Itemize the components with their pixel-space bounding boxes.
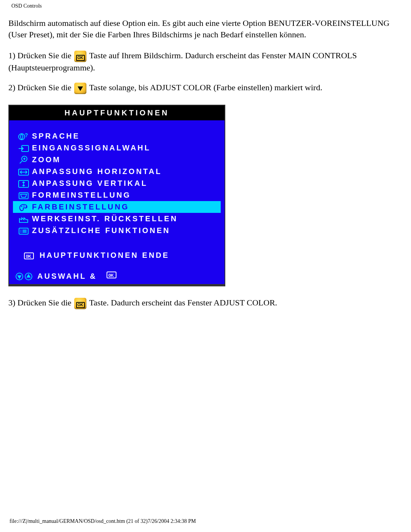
osd-item-werkseinst[interactable]: WERKSEINST. RÜCKSTELLEN [13,213,221,225]
vertical-icon [15,178,32,189]
osd-item-farbe[interactable]: FARBEINSTELLUNG [13,201,221,213]
step-3: 3) Drücken Sie die OK Taste. Dadurch ers… [8,297,400,309]
osd-item-label: SPRACHE [32,131,80,141]
down-button-icon [74,83,86,94]
svg-point-9 [26,206,27,207]
page-header: OSD Controls [0,0,411,9]
input-icon [15,143,32,153]
svg-text:0K: 0K [108,273,114,278]
osd-item-label: EINGANGSSIGNALWAHL [32,143,151,153]
osd-panel: HAUPTFUNKTIONEN ? SPRACHE EINGANGSSIGN [8,105,225,286]
step-2-text-a: 2) Drücken Sie die [8,83,73,92]
svg-text:?: ? [25,132,29,138]
osd-item-label: ZOOM [32,155,61,165]
step-3-text-a: 3) Drücken Sie die [8,298,73,307]
list-icon [15,225,32,236]
svg-point-8 [24,205,25,206]
step-1-text-a: 1) Drücken Sie die [8,51,73,60]
ok-button-icon: OK [74,51,86,62]
ok-box-icon: 0K [15,250,40,260]
palette-icon [15,202,32,212]
osd-exit-label: HAUPTFUNKTIONEN ENDE [40,250,169,260]
horizontal-icon [15,166,32,177]
osd-title: HAUPTFUNKTIONEN [9,105,225,120]
osd-item-label: WERKSEINST. RÜCKSTELLEN [32,214,178,224]
osd-item-form[interactable]: FORMEINSTELLUNG [13,189,221,201]
osd-item-label: ANPASSUNG HORIZONTAL [32,166,162,177]
osd-footer: AUSWAHL & 0K [13,270,221,283]
osd-item-sprache[interactable]: ? SPRACHE [13,130,221,142]
ok-box-icon: 0K [106,271,117,281]
zoom-icon [15,155,32,165]
osd-item-label: FARBEINSTELLUNG [32,202,129,212]
osd-item-label: FORMEINSTELLUNG [32,190,131,200]
up-down-icon [15,272,35,281]
document-content: Bildschirm automatisch auf diese Option … [0,9,411,309]
ok-button-icon: OK [74,298,86,309]
svg-text:0K: 0K [26,254,31,259]
osd-item-exit[interactable]: 0K HAUPTFUNKTIONEN ENDE [13,249,221,261]
step-1: 1) Drücken Sie die OK Taste auf Ihrem Bi… [8,50,400,73]
step-3-text-b: Taste. Dadurch erscheint das Fenster ADJ… [89,298,277,307]
osd-footer-label: AUSWAHL & [37,271,97,281]
globe-icon: ? [15,131,32,141]
shape-icon [15,190,32,200]
osd-body: ? SPRACHE EINGANGSSIGNALWAHL [9,120,225,284]
osd-item-eingang[interactable]: EINGANGSSIGNALWAHL [13,142,221,154]
intro-paragraph: Bildschirm automatisch auf diese Option … [8,18,400,40]
svg-rect-6 [19,193,28,199]
factory-icon [15,214,32,224]
step-2-text-b: Taste solange, bis ADJUST COLOR (Farbe e… [89,83,322,92]
svg-point-0 [19,134,25,140]
osd-item-horizontal[interactable]: ANPASSUNG HORIZONTAL [13,166,221,177]
osd-item-label: ZUSÄTZLICHE FUNKTIONEN [32,225,170,236]
footer-path: file:///Z|/multi_manual/GERMAN/OSD/osd_c… [10,518,196,524]
svg-point-7 [21,206,22,207]
osd-item-extra[interactable]: ZUSÄTZLICHE FUNKTIONEN [13,225,221,236]
osd-item-zoom[interactable]: ZOOM [13,154,221,166]
osd-item-label: ANPASSUNG VERTIKAL [32,178,148,189]
step-2: 2) Drücken Sie die Taste solange, bis AD… [8,82,400,94]
osd-item-vertical[interactable]: ANPASSUNG VERTIKAL [13,177,221,189]
